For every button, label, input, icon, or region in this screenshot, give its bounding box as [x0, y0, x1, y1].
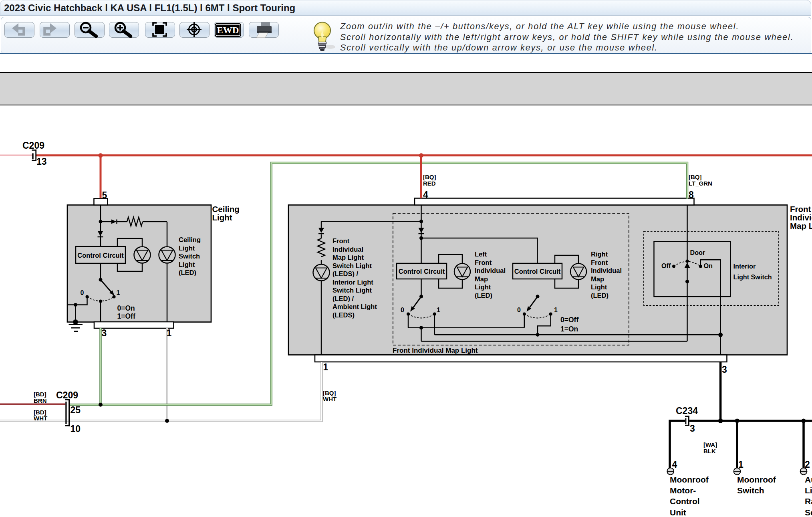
svg-text:EWD: EWD [217, 25, 239, 35]
